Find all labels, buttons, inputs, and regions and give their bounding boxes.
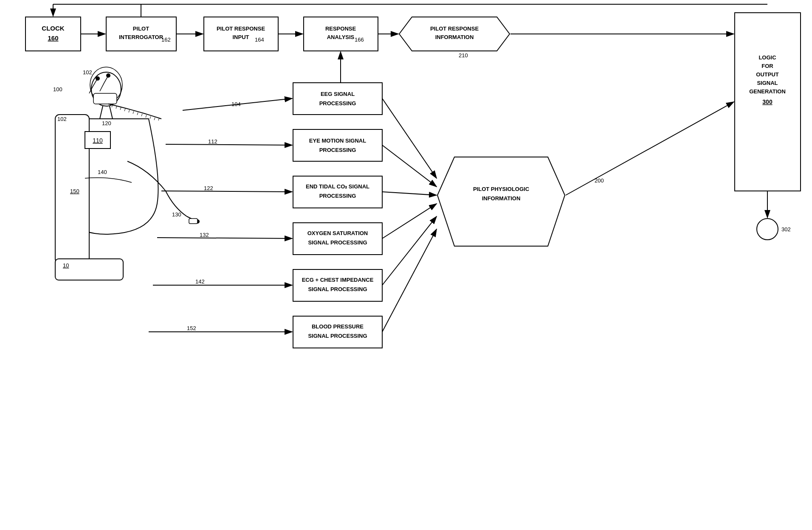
svg-text:PILOT RESPONSE: PILOT RESPONSE bbox=[430, 25, 479, 32]
svg-rect-38 bbox=[293, 316, 382, 348]
svg-text:GENERATION: GENERATION bbox=[749, 88, 786, 95]
svg-text:130: 130 bbox=[172, 211, 181, 218]
svg-text:102: 102 bbox=[83, 69, 92, 76]
svg-text:ANALYSIS: ANALYSIS bbox=[327, 34, 355, 40]
svg-text:122: 122 bbox=[204, 185, 213, 191]
svg-text:112: 112 bbox=[208, 138, 217, 145]
svg-text:EYE MOTION SIGNAL: EYE MOTION SIGNAL bbox=[309, 137, 366, 144]
svg-rect-32 bbox=[293, 223, 382, 255]
svg-text:OUTPUT: OUTPUT bbox=[756, 71, 779, 78]
svg-text:INPUT: INPUT bbox=[233, 34, 249, 40]
svg-text:PILOT RESPONSE: PILOT RESPONSE bbox=[217, 25, 265, 32]
svg-text:RESPONSE: RESPONSE bbox=[325, 25, 356, 32]
svg-text:SIGNAL PROCESSING: SIGNAL PROCESSING bbox=[308, 239, 367, 246]
svg-text:160: 160 bbox=[48, 34, 58, 42]
svg-text:140: 140 bbox=[98, 169, 107, 175]
svg-text:102: 102 bbox=[57, 116, 67, 122]
svg-text:INFORMATION: INFORMATION bbox=[482, 195, 521, 202]
svg-rect-35 bbox=[293, 269, 382, 301]
svg-text:162: 162 bbox=[161, 36, 171, 43]
svg-text:BLOOD PRESSURE: BLOOD PRESSURE bbox=[312, 323, 364, 330]
svg-text:INTERROGATOR: INTERROGATOR bbox=[119, 34, 164, 40]
svg-text:PROCESSING: PROCESSING bbox=[319, 193, 356, 199]
svg-text:CLOCK: CLOCK bbox=[42, 25, 64, 32]
svg-rect-1 bbox=[25, 17, 81, 51]
svg-text:FOR: FOR bbox=[761, 63, 773, 69]
svg-rect-26 bbox=[293, 129, 382, 161]
diagram-svg: CLOCK 160 PILOT INTERROGATOR PILOT RESPO… bbox=[0, 0, 812, 530]
svg-text:300: 300 bbox=[762, 98, 773, 105]
svg-text:100: 100 bbox=[53, 86, 62, 93]
svg-text:PROCESSING: PROCESSING bbox=[319, 100, 356, 107]
svg-text:164: 164 bbox=[255, 36, 264, 43]
svg-marker-41 bbox=[437, 157, 565, 246]
svg-text:LOGIC: LOGIC bbox=[758, 54, 776, 61]
svg-text:166: 166 bbox=[355, 36, 364, 43]
svg-point-77 bbox=[757, 219, 778, 240]
svg-text:152: 152 bbox=[187, 325, 196, 331]
svg-text:ECG + CHEST IMPEDANCE: ECG + CHEST IMPEDANCE bbox=[302, 277, 374, 283]
svg-text:SIGNAL PROCESSING: SIGNAL PROCESSING bbox=[308, 286, 367, 292]
svg-text:132: 132 bbox=[200, 232, 209, 238]
diagram: CLOCK 160 PILOT INTERROGATOR PILOT RESPO… bbox=[0, 0, 812, 530]
svg-text:104: 104 bbox=[231, 101, 241, 107]
svg-text:SIGNAL PROCESSING: SIGNAL PROCESSING bbox=[308, 333, 367, 339]
svg-text:200: 200 bbox=[595, 177, 604, 184]
svg-text:110: 110 bbox=[93, 137, 103, 144]
svg-rect-105 bbox=[189, 219, 197, 224]
svg-text:INFORMATION: INFORMATION bbox=[435, 34, 474, 40]
svg-text:PROCESSING: PROCESSING bbox=[319, 147, 356, 153]
svg-text:10: 10 bbox=[63, 262, 69, 269]
svg-text:302: 302 bbox=[781, 226, 791, 233]
svg-text:PILOT PHYSIOLOGIC: PILOT PHYSIOLOGIC bbox=[473, 186, 530, 192]
svg-text:210: 210 bbox=[459, 52, 468, 59]
svg-text:EEG SIGNAL: EEG SIGNAL bbox=[321, 91, 355, 97]
svg-text:SIGNAL: SIGNAL bbox=[757, 80, 778, 86]
svg-text:142: 142 bbox=[195, 278, 205, 285]
svg-text:120: 120 bbox=[102, 120, 111, 126]
svg-rect-29 bbox=[293, 176, 382, 208]
svg-rect-23 bbox=[293, 83, 382, 115]
svg-text:END TIDAL CO₂ SIGNAL: END TIDAL CO₂ SIGNAL bbox=[306, 183, 369, 190]
svg-text:OXYGEN SATURATION: OXYGEN SATURATION bbox=[307, 230, 368, 236]
svg-text:PILOT: PILOT bbox=[133, 25, 149, 32]
svg-rect-82 bbox=[93, 93, 117, 104]
svg-text:150: 150 bbox=[70, 188, 79, 194]
